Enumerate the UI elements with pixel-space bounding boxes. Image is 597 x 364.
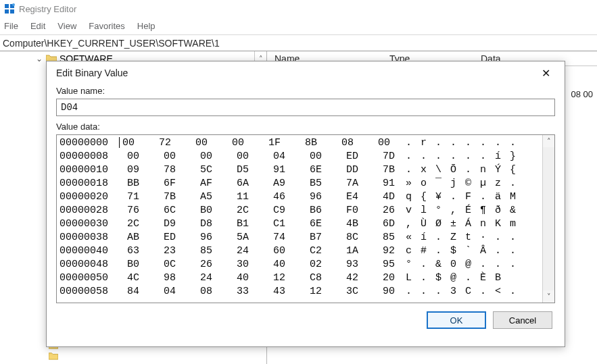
hex-bytes[interactable]: 4C 98 24 40 12 C8 42 20: [115, 271, 406, 285]
menu-view[interactable]: View: [57, 21, 76, 31]
hex-bytes[interactable]: 71 7B A5 11 46 96 E4 4D: [115, 190, 406, 204]
scroll-up-icon[interactable]: ˄: [543, 135, 554, 147]
hex-bytes[interactable]: 2C D9 D8 B1 C1 6E 4B 6D: [115, 217, 406, 231]
app-title: Registry Editor: [19, 4, 76, 14]
value-name-input[interactable]: [56, 99, 555, 116]
hex-offset: 00000028: [59, 204, 115, 217]
hex-editor[interactable]: 0000000000 72 00 00 1F 8B 08 00. r . . .…: [56, 134, 555, 303]
hex-row[interactable]: 00000028 76 6C B0 2C C9 B6 F0 26v l ° , …: [59, 204, 540, 217]
edit-binary-dialog: Edit Binary Value ✕ Value name: Value da…: [46, 61, 565, 347]
hex-row[interactable]: 00000058 84 04 08 33 43 12 3C 90. . . 3 …: [59, 285, 540, 298]
hex-row[interactable]: 00000048 B0 0C 26 30 40 02 93 95° . & 0 …: [59, 258, 540, 271]
ok-button[interactable]: OK: [427, 311, 486, 329]
hex-bytes[interactable]: 09 78 5C D5 91 6E DD 7B: [115, 163, 406, 177]
hex-ascii: , Ù Ø ± Á n K m: [406, 217, 540, 231]
hex-bytes[interactable]: 84 04 08 33 43 12 3C 90: [115, 285, 406, 298]
address-bar[interactable]: Computer\HKEY_CURRENT_USER\SOFTWARE\1: [0, 35, 597, 51]
scroll-down-icon[interactable]: ˅: [543, 290, 554, 303]
hex-row[interactable]: 0000000000 72 00 00 1F 8B 08 00. r . . .…: [59, 136, 540, 150]
value-data-label: Value data:: [56, 122, 555, 132]
hex-offset: 00000018: [59, 177, 115, 190]
hex-row[interactable]: 00000020 71 7B A5 11 46 96 E4 4Dq { ¥ . …: [59, 190, 540, 204]
hex-offset: 00000010: [59, 163, 115, 177]
hex-ascii: » o ¯ j © µ z .: [406, 177, 540, 190]
svg-point-5: [12, 3, 15, 6]
hex-ascii: . x \ Õ . n Ý {: [406, 163, 540, 177]
hex-ascii: ° . & 0 @ . . .: [406, 258, 540, 271]
svg-rect-3: [10, 9, 14, 14]
hex-scrollbar[interactable]: ˄ ˅: [542, 135, 554, 303]
hex-ascii: . . . 3 C . < .: [406, 285, 540, 298]
hex-offset: 00000020: [59, 190, 115, 204]
hex-ascii: q { ¥ . F . ä M: [406, 190, 540, 204]
hex-ascii: c # . $ ` Â . .: [406, 244, 540, 258]
hex-bytes[interactable]: 63 23 85 24 60 C2 1A 92: [115, 244, 406, 258]
hex-bytes[interactable]: B0 0C 26 30 40 02 93 95: [115, 258, 406, 271]
dialog-title: Edit Binary Value: [56, 68, 532, 78]
menubar: File Edit View Favorites Help: [0, 18, 597, 35]
cancel-button[interactable]: Cancel: [493, 311, 552, 329]
hex-row[interactable]: 00000050 4C 98 24 40 12 C8 42 20L . $ @ …: [59, 271, 540, 285]
hex-row[interactable]: 00000010 09 78 5C D5 91 6E DD 7B. x \ Õ …: [59, 163, 540, 177]
menu-edit[interactable]: Edit: [30, 21, 45, 31]
menu-favorites[interactable]: Favorites: [89, 21, 124, 31]
hex-ascii: « í . Z t · . .: [406, 231, 540, 244]
hex-row[interactable]: 00000008 00 00 00 00 04 00 ED 7D. . . . …: [59, 150, 540, 163]
list-row-fragment: 08 00: [571, 89, 593, 99]
hex-bytes[interactable]: 76 6C B0 2C C9 B6 F0 26: [115, 204, 406, 217]
hex-offset: 00000030: [59, 217, 115, 231]
dialog-titlebar[interactable]: Edit Binary Value ✕: [47, 61, 565, 84]
menu-file[interactable]: File: [4, 21, 18, 31]
svg-rect-0: [5, 4, 9, 8]
app-icon: [4, 3, 15, 14]
hex-row[interactable]: 00000018 BB 6F AF 6A A9 B5 7A 91» o ¯ j …: [59, 177, 540, 190]
hex-bytes[interactable]: BB 6F AF 6A A9 B5 7A 91: [115, 177, 406, 190]
hex-bytes[interactable]: AB ED 96 5A 74 B7 8C 85: [115, 231, 406, 244]
hex-row[interactable]: 00000038 AB ED 96 5A 74 B7 8C 85« í . Z …: [59, 231, 540, 244]
svg-rect-2: [5, 9, 9, 14]
address-path: Computer\HKEY_CURRENT_USER\SOFTWARE\1: [3, 38, 220, 49]
hex-ascii: v l ° , É ¶ ð &: [406, 204, 540, 217]
value-name-label: Value name:: [56, 86, 555, 96]
close-icon[interactable]: ✕: [532, 63, 559, 82]
hex-offset: 00000058: [59, 285, 115, 298]
main-split: ⌄ SOFTWARE ˄ Name Type Data 08 00 Edit B…: [0, 51, 597, 364]
chevron-down-icon[interactable]: ⌄: [35, 54, 43, 63]
hex-row[interactable]: 00000040 63 23 85 24 60 C2 1A 92c # . $ …: [59, 244, 540, 258]
hex-ascii: . . . . . . í }: [406, 150, 540, 163]
hex-ascii: L . $ @ . È B: [406, 271, 540, 285]
hex-offset: 00000040: [59, 244, 115, 258]
hex-offset: 00000050: [59, 271, 115, 285]
hex-bytes[interactable]: 00 72 00 00 1F 8B 08 00: [115, 136, 406, 150]
hex-offset: 00000048: [59, 258, 115, 271]
folder-icon: [49, 352, 58, 360]
hex-offset: 00000000: [59, 136, 115, 150]
hex-offset: 00000038: [59, 231, 115, 244]
hex-bytes[interactable]: 00 00 00 00 04 00 ED 7D: [115, 150, 406, 163]
hex-ascii: . r . . . . . .: [406, 136, 540, 150]
hex-row[interactable]: 00000030 2C D9 D8 B1 C1 6E 4B 6D, Ù Ø ± …: [59, 217, 540, 231]
hex-offset: 00000008: [59, 150, 115, 163]
menu-help[interactable]: Help: [137, 21, 156, 31]
window-titlebar: Registry Editor: [0, 0, 597, 18]
